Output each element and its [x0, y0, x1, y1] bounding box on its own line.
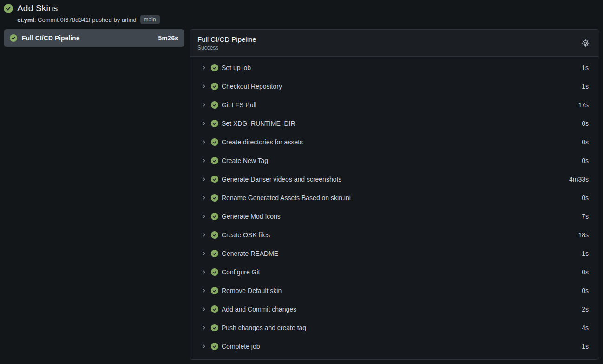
step-name: Git LFS Pull — [222, 101, 256, 109]
step-duration: 4m33s — [569, 176, 589, 183]
step-duration: 1s — [582, 250, 589, 257]
step-row[interactable]: Configure Git 0s — [190, 263, 599, 281]
step-success-icon — [211, 64, 218, 72]
job-detail-header: Full CI/CD Pipeline Success — [190, 30, 599, 57]
chevron-right-icon — [201, 121, 207, 126]
chevron-right-icon — [201, 84, 207, 89]
step-row[interactable]: Rename Generated Assets Based on skin.in… — [190, 188, 599, 207]
step-row[interactable]: Create directories for assets 0s — [190, 133, 599, 151]
step-row[interactable]: Generate Mod Icons 7s — [190, 207, 599, 226]
job-settings-button[interactable] — [580, 38, 591, 49]
step-name: Remove Default skin — [222, 287, 282, 294]
run-success-icon — [4, 4, 13, 13]
step-name: Generate Danser videos and screenshots — [222, 176, 341, 183]
job-name: Full CI/CD Pipeline — [22, 34, 79, 42]
job-item-full-cicd-pipeline[interactable]: Full CI/CD Pipeline 5m26s — [4, 29, 184, 47]
step-success-icon — [211, 101, 218, 109]
step-success-icon — [211, 306, 218, 313]
workflow-file-link[interactable]: ci.yml — [17, 16, 34, 23]
chevron-right-icon — [201, 288, 207, 293]
chevron-right-icon — [201, 102, 207, 108]
step-success-icon — [211, 268, 218, 276]
step-row[interactable]: Create New Tag 0s — [190, 151, 599, 170]
step-name: Create New Tag — [222, 157, 268, 164]
chevron-right-icon — [201, 214, 207, 219]
step-duration: 7s — [582, 213, 589, 220]
step-row[interactable]: Create OSK files 18s — [190, 226, 599, 244]
chevron-right-icon — [201, 139, 207, 145]
step-name: Create OSK files — [222, 231, 270, 239]
chevron-right-icon — [201, 251, 207, 256]
step-duration: 0s — [582, 157, 589, 164]
step-duration: 0s — [582, 138, 589, 146]
step-success-icon — [211, 213, 218, 220]
step-name: Set up job — [222, 64, 251, 72]
step-row[interactable]: Push changes and create tag 4s — [190, 318, 599, 337]
chevron-right-icon — [201, 232, 207, 238]
chevron-right-icon — [201, 158, 207, 163]
step-success-icon — [211, 324, 218, 332]
chevron-right-icon — [201, 176, 207, 182]
step-duration: 0s — [582, 120, 589, 127]
step-row[interactable]: Add and Commit changes 2s — [190, 300, 599, 318]
step-success-icon — [211, 138, 218, 146]
step-name: Add and Commit changes — [222, 306, 296, 313]
step-name: Generate Mod Icons — [222, 213, 281, 220]
step-row[interactable]: Generate README 1s — [190, 244, 599, 263]
run-title: Add Skins — [17, 3, 160, 14]
job-detail-panel: Full CI/CD Pipeline Success — [190, 29, 599, 360]
run-content: Full CI/CD Pipeline 5m26s Full CI/CD Pip… — [0, 29, 603, 360]
step-row[interactable]: Set XDG_RUNTIME_DIR 0s — [190, 114, 599, 133]
branch-badge[interactable]: main — [140, 15, 160, 24]
jobs-sidebar: Full CI/CD Pipeline 5m26s — [4, 29, 184, 47]
actions-run-page: Add Skins ci.yml: Commit 0f678d341f push… — [0, 0, 603, 364]
step-duration: 4s — [582, 324, 589, 332]
step-row[interactable]: Checkout Repository 1s — [190, 77, 599, 96]
chevron-right-icon — [201, 306, 207, 312]
job-status-text: Success — [197, 45, 591, 51]
step-duration: 1s — [582, 83, 589, 90]
step-success-icon — [211, 231, 218, 239]
step-row[interactable]: Generate Danser videos and screenshots 4… — [190, 170, 599, 188]
step-row[interactable]: Remove Default skin 0s — [190, 281, 599, 300]
step-name: Rename Generated Assets Based on skin.in… — [222, 194, 351, 202]
step-success-icon — [211, 83, 218, 90]
run-meta: ci.yml: Commit 0f678d341f pushed by arli… — [17, 15, 160, 24]
step-name: Set XDG_RUNTIME_DIR — [222, 120, 295, 127]
step-duration: 0s — [582, 268, 589, 276]
step-duration: 1s — [582, 343, 589, 350]
job-detail-title: Full CI/CD Pipeline — [197, 35, 591, 43]
step-success-icon — [211, 343, 218, 350]
step-duration: 17s — [578, 101, 589, 109]
step-duration: 2s — [582, 306, 589, 313]
step-success-icon — [211, 157, 218, 164]
chevron-right-icon — [201, 325, 207, 331]
step-list: Set up job 1s Checkout Repository 1s — [190, 57, 599, 359]
chevron-right-icon — [201, 269, 207, 275]
step-name: Configure Git — [222, 268, 260, 276]
step-duration: 18s — [578, 231, 589, 239]
step-success-icon — [211, 176, 218, 183]
step-name: Checkout Repository — [222, 83, 282, 90]
step-name: Push changes and create tag — [222, 324, 306, 332]
step-success-icon — [211, 194, 218, 202]
run-header: Add Skins ci.yml: Commit 0f678d341f push… — [0, 0, 603, 24]
step-row[interactable]: Git LFS Pull 17s — [190, 96, 599, 114]
chevron-right-icon — [201, 344, 207, 349]
step-row[interactable]: Set up job 1s — [190, 58, 599, 77]
chevron-right-icon — [201, 195, 207, 201]
gear-icon — [581, 42, 590, 49]
step-duration: 0s — [582, 194, 589, 202]
job-duration: 5m26s — [158, 34, 178, 42]
step-success-icon — [211, 250, 218, 257]
step-duration: 1s — [582, 64, 589, 72]
step-name: Create directories for assets — [222, 138, 303, 146]
run-header-text: Add Skins ci.yml: Commit 0f678d341f push… — [17, 3, 160, 24]
chevron-right-icon — [201, 65, 207, 71]
commit-text: : Commit 0f678d341f pushed by arlind — [34, 16, 137, 23]
job-success-icon — [10, 34, 17, 42]
step-name: Complete job — [222, 343, 260, 350]
step-name: Generate README — [222, 250, 278, 257]
step-success-icon — [211, 287, 218, 294]
step-row[interactable]: Complete job 1s — [190, 337, 599, 356]
